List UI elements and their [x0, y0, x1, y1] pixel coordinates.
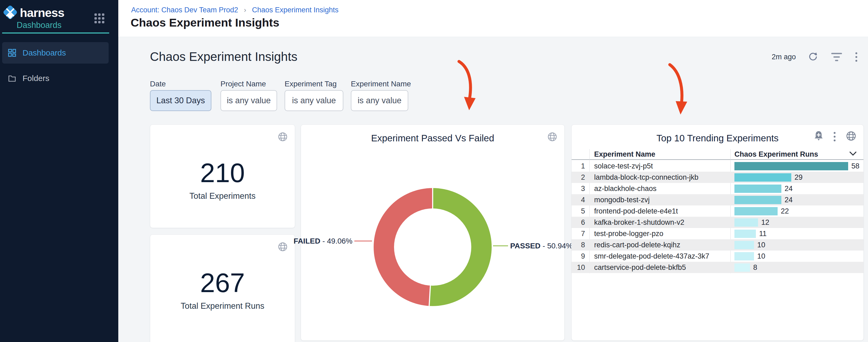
tile-kebab-icon[interactable] — [834, 131, 836, 142]
top-header-band: Account: Chaos Dev Team Prod2 › Chaos Ex… — [118, 0, 868, 37]
sidebar-item-dashboards[interactable]: Dashboards — [2, 42, 108, 64]
globe-icon[interactable] — [278, 132, 288, 143]
table-row: 9smr-delegate-pod-delete-437az-3k710 — [571, 251, 863, 262]
page-title: Chaos Experiment Insights — [131, 16, 279, 29]
kebab-menu-icon[interactable] — [856, 51, 857, 62]
experiment-name-cell: kafka-broker-1-shutdown-v2 — [589, 218, 731, 227]
experiment-name-cell: mongodb-test-zvj — [589, 196, 731, 204]
table-body: 1solace-test-zvj-p5t582lambda-block-tcp-… — [571, 160, 863, 273]
experiment-runs-cell: 8 — [731, 263, 863, 272]
alert-bell-icon[interactable] — [814, 131, 824, 143]
breadcrumb: Account: Chaos Dev Team Prod2 › Chaos Ex… — [131, 6, 339, 14]
module-label: Dashboards — [17, 21, 61, 30]
row-number: 8 — [571, 241, 589, 249]
experiment-runs-cell: 11 — [731, 229, 863, 238]
runs-value: 58 — [851, 162, 860, 170]
donut-hole — [394, 209, 471, 286]
experiment-runs-cell: 10 — [731, 241, 863, 249]
table-row: 6kafka-broker-1-shutdown-v212 — [571, 217, 863, 228]
total-experiments-card: 210 Total Experiments — [150, 124, 295, 228]
dashboards-icon — [8, 49, 16, 57]
runs-bar — [735, 218, 758, 227]
column-header-experiment-name[interactable]: Experiment Name — [594, 150, 655, 158]
experiment-runs-cell: 22 — [731, 207, 863, 215]
experiment-name-cell: lambda-block-tcp-connection-jkb — [589, 173, 731, 182]
filter-icon[interactable] — [831, 52, 842, 62]
table-row: 8redis-cart-pod-delete-kqihz10 — [571, 239, 863, 251]
experiment-name-cell: test-probe-logger-pzo — [589, 229, 731, 238]
runs-bar — [735, 263, 750, 272]
breadcrumb-separator: › — [244, 6, 246, 14]
runs-value: 29 — [795, 173, 803, 182]
globe-icon[interactable] — [547, 132, 557, 143]
experiment-name-cell: redis-cart-pod-delete-kqihz — [589, 241, 731, 249]
filter-chip-date[interactable]: Last 30 Days — [150, 90, 211, 111]
sidebar: harness Dashboards Dashboards Folders — [0, 0, 118, 342]
sidebar-item-label: Folders — [23, 74, 49, 83]
runs-bar — [735, 207, 778, 215]
table-row: 3az-blackhole-chaos24 — [571, 183, 863, 194]
passed-leader-line — [493, 245, 508, 246]
total-experiment-runs-card: 267 Total Experiment Runs — [150, 235, 295, 342]
runs-bar — [735, 162, 848, 170]
dashboard-content: Chaos Experiment Insights 2m ago Date Pr… — [118, 37, 868, 342]
runs-value: 12 — [761, 218, 769, 227]
runs-value: 10 — [757, 252, 765, 260]
experiment-runs-cell: 58 — [731, 162, 863, 170]
experiment-runs-cell: 29 — [731, 173, 863, 182]
breadcrumb-account-link[interactable]: Account: Chaos Dev Team Prod2 — [131, 6, 238, 14]
globe-icon[interactable] — [278, 242, 288, 253]
row-number: 5 — [571, 207, 589, 215]
total-experiment-runs-label: Total Experiment Runs — [150, 301, 295, 311]
refresh-icon[interactable] — [808, 52, 818, 62]
harness-logo-icon — [3, 5, 18, 21]
annotation-arrow-2 — [666, 60, 693, 118]
chevron-down-icon[interactable] — [849, 151, 857, 158]
donut-chart-title: Experiment Passed Vs Failed — [301, 133, 564, 144]
table-header-row: Experiment Name Chaos Experiment Runs — [571, 149, 863, 160]
runs-value: 11 — [759, 229, 767, 238]
experiment-name-cell: smr-delegate-pod-delete-437az-3k7 — [589, 252, 731, 260]
runs-value: 10 — [757, 241, 765, 249]
row-number: 1 — [571, 162, 589, 170]
filter-label-project: Project Name — [220, 80, 266, 88]
dashboard-toolbar: 2m ago — [772, 51, 857, 62]
sidebar-item-folders[interactable]: Folders — [2, 69, 108, 88]
sidebar-item-label: Dashboards — [23, 48, 66, 57]
experiment-name-cell: az-blackhole-chaos — [589, 185, 731, 193]
table-row: 2lambda-block-tcp-connection-jkb29 — [571, 172, 863, 183]
experiment-runs-cell: 24 — [731, 196, 863, 204]
runs-bar — [735, 229, 756, 238]
donut-chart — [374, 188, 492, 306]
filter-chip-project-name[interactable]: is any value — [220, 90, 277, 111]
experiment-name-cell: frontend-pod-delete-e4e1t — [589, 207, 731, 215]
app-grid-icon[interactable] — [94, 13, 104, 23]
filter-chip-experiment-name[interactable]: is any value — [351, 90, 408, 111]
top-trending-experiments-card: Top 10 Trending Experiments Experiment N… — [571, 124, 864, 341]
globe-icon[interactable] — [846, 131, 857, 143]
filter-label-tag: Experiment Tag — [285, 80, 337, 88]
annotation-arrow-1 — [453, 58, 480, 115]
experiment-runs-cell: 10 — [731, 252, 863, 260]
total-experiments-label: Total Experiments — [150, 191, 295, 201]
failed-leader-line — [354, 241, 372, 241]
total-experiments-value: 210 — [150, 157, 295, 188]
filter-label-date: Date — [150, 80, 166, 88]
passed-vs-failed-card: Experiment Passed Vs Failed FAILED - 49.… — [301, 124, 565, 341]
row-number: 9 — [571, 252, 589, 260]
runs-bar — [735, 185, 781, 193]
runs-bar — [735, 196, 781, 204]
runs-value: 8 — [753, 263, 757, 272]
row-number: 3 — [571, 185, 589, 193]
row-number: 2 — [571, 173, 589, 182]
table-row: 4mongodb-test-zvj24 — [571, 194, 863, 206]
breadcrumb-page-link[interactable]: Chaos Experiment Insights — [252, 6, 339, 14]
table-row: 1solace-test-zvj-p5t58 — [571, 160, 863, 172]
sidebar-divider — [2, 32, 109, 34]
column-header-chaos-experiment-runs[interactable]: Chaos Experiment Runs — [735, 150, 818, 158]
row-number: 10 — [571, 263, 589, 272]
dashboard-heading: Chaos Experiment Insights — [150, 49, 298, 64]
filter-chip-experiment-tag[interactable]: is any value — [285, 90, 343, 111]
passed-slice-label: PASSED - 50.94% — [510, 242, 573, 250]
runs-bar — [735, 252, 754, 260]
